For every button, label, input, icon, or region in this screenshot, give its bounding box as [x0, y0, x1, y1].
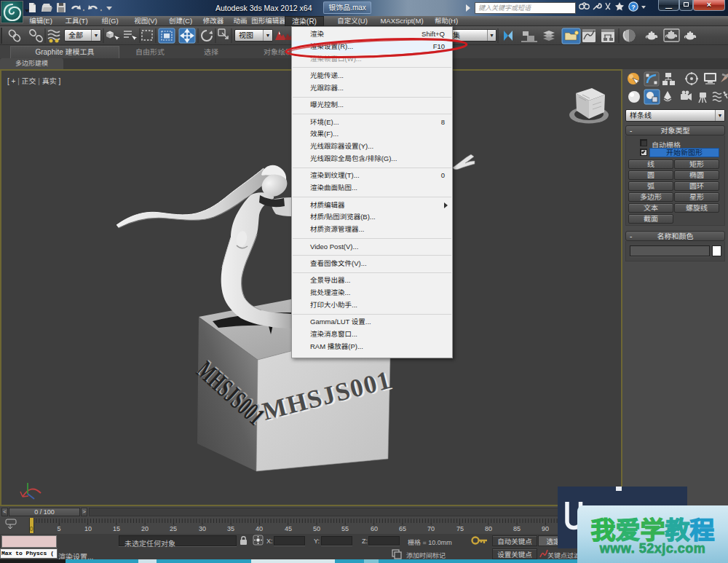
svg-text:?: ? [631, 4, 636, 11]
svg-text:55: 55 [341, 525, 349, 532]
svg-text:90: 90 [542, 525, 549, 532]
svg-text:85: 85 [513, 525, 521, 532]
svg-text:0: 0 [29, 525, 33, 532]
svg-text:35: 35 [227, 525, 234, 532]
svg-text:70: 70 [427, 525, 435, 532]
svg-text:45: 45 [285, 525, 292, 532]
svg-text:80: 80 [485, 525, 492, 532]
svg-text:25: 25 [170, 525, 177, 532]
svg-text:60: 60 [371, 525, 378, 532]
svg-text:50: 50 [313, 525, 320, 532]
svg-text:30: 30 [199, 525, 206, 532]
svg-text:10: 10 [84, 525, 92, 532]
svg-text:15: 15 [113, 525, 120, 532]
svg-text:5: 5 [57, 525, 60, 532]
svg-text:65: 65 [399, 525, 406, 532]
svg-text:20: 20 [141, 525, 149, 532]
svg-text:75: 75 [456, 525, 464, 532]
svg-text:40: 40 [256, 525, 263, 532]
